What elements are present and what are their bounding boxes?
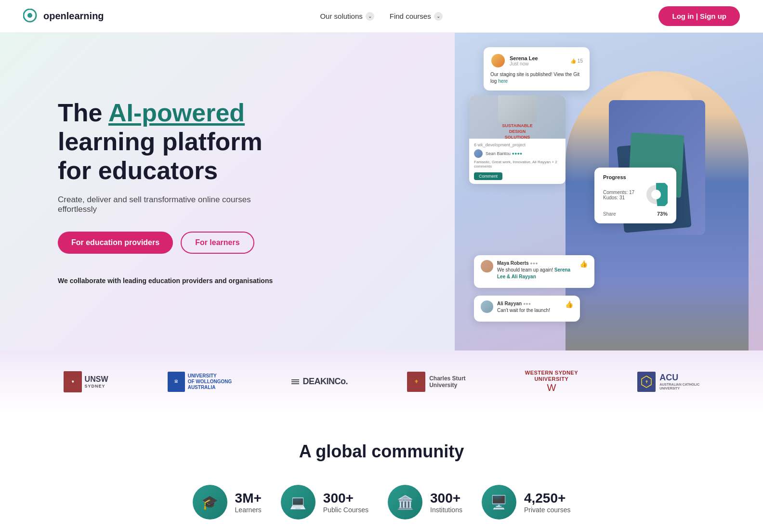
commenter-1-avatar	[481, 260, 493, 272]
logos-section: ⚜ UNSW SYDNEY 🏛 UNIVERSITYOF WOLLONGONGA…	[0, 350, 763, 413]
for-learners-button[interactable]: For learners	[181, 232, 254, 254]
uow-crest: 🏛	[168, 372, 185, 392]
course-title-line2: DESIGN	[509, 129, 526, 134]
logo-text: openlearning	[43, 11, 104, 22]
public-courses-icon-circle: 💻	[281, 485, 316, 519]
institutions-label: Institutions	[430, 506, 462, 514]
share-label[interactable]: Share	[603, 211, 616, 217]
hero-title-part2: learning platform for educators	[58, 128, 263, 184]
community-section: A global community 🎓 3M+ Learners 💻 300+…	[0, 413, 763, 532]
hero-image-area: Serena Lee Just now 👍 15 Our staging sit…	[455, 33, 763, 350]
comment-1-body: We should team up again! Serena Lee & Al…	[497, 267, 570, 279]
private-courses-number: 4,250+	[524, 491, 570, 506]
course-card-body: 6 wk_development_project Sean Bantou ●●●…	[469, 139, 566, 184]
post-link[interactable]: here	[498, 78, 508, 84]
private-courses-icon-circle: 🖥️	[482, 485, 516, 519]
unsw-crest: ⚜	[64, 371, 82, 392]
csu-logo-group: ⚜ Charles SturtUniversity	[407, 372, 465, 392]
like-1-icon[interactable]: 👍	[579, 260, 588, 268]
uow-logo-group: 🏛 UNIVERSITYOF WOLLONGONGAUSTRALIA	[168, 372, 232, 392]
post-card: Serena Lee Just now 👍 15 Our staging sit…	[484, 47, 590, 91]
uow-name: UNIVERSITYOF WOLLONGONGAUSTRALIA	[188, 373, 232, 390]
logo-icon	[23, 9, 39, 24]
institutions-icon: 🏛️	[397, 494, 414, 510]
like-2-icon[interactable]: 👍	[565, 300, 573, 308]
post-card-header: Serena Lee Just now 👍 15	[490, 53, 583, 68]
svg-point-4	[651, 190, 661, 199]
private-courses-label: Private courses	[524, 506, 570, 514]
public-courses-icon: 💻	[289, 494, 306, 510]
institutions-number: 300+	[430, 491, 462, 506]
learners-number: 3M+	[235, 491, 262, 506]
commenter-1-name: Maya Roberts	[497, 260, 529, 266]
hero-content: The AI-powered learning platform for edu…	[0, 70, 308, 313]
unsw-logo-group: ⚜ UNSW SYDNEY	[64, 371, 108, 392]
our-solutions-link[interactable]: Our solutions ⌄	[320, 12, 374, 21]
post-author-name: Serena Lee	[510, 55, 538, 61]
svg-text:✝: ✝	[645, 380, 648, 384]
logo-csu: ⚜ Charles SturtUniversity	[407, 372, 465, 392]
nav-links: Our solutions ⌄ Find courses ⌄	[320, 12, 442, 21]
stats-row: 🎓 3M+ Learners 💻 300+ Public Courses 🏛️ …	[39, 485, 724, 519]
course-commenter: Sean Bantou ●●●●	[474, 149, 561, 158]
csu-text: Charles SturtUniversity	[429, 375, 465, 389]
post-likes: 👍 15	[570, 58, 583, 64]
stat-learners: 🎓 3M+ Learners	[193, 485, 262, 519]
hero-buttons: For education providers For learners	[58, 232, 285, 254]
course-title-line1: SUSTAINABLE	[502, 123, 532, 128]
progress-footer: Share 73%	[603, 209, 668, 217]
hero-subtitle: Create, deliver and sell transformative …	[58, 195, 285, 214]
progress-kudos: Kudos: 31	[603, 195, 634, 200]
course-title-text: SUSTAINABLE DESIGN SOLUTIONS	[502, 123, 532, 140]
our-solutions-label: Our solutions	[320, 12, 362, 20]
comment-2-text: Ali Rayyan ●●● Can't wait for the launch…	[497, 300, 550, 314]
public-courses-label: Public Courses	[323, 506, 368, 514]
navbar: openlearning Our solutions ⌄ Find course…	[0, 0, 763, 33]
learners-info: 3M+ Learners	[235, 491, 262, 514]
csu-crest: ⚜	[407, 372, 425, 392]
course-title-line3: SOLUTIONS	[505, 135, 530, 140]
post-text: Our staging site is published! View the …	[490, 71, 583, 85]
acu-name: ACU	[659, 373, 699, 383]
course-image: SUSTAINABLE DESIGN SOLUTIONS	[469, 95, 566, 139]
for-education-providers-button[interactable]: For education providers	[58, 232, 173, 254]
commenter-1-badge: ●●●	[530, 261, 538, 266]
course-comment-section: Sean Bantou ●●●● Fantastic, Great work, …	[474, 149, 561, 169]
community-title: A global community	[39, 441, 724, 462]
comment-2-body: Can't wait for the launch!	[497, 308, 550, 313]
wsu-logo-group: WESTERN SYDNEYUNIVERSITY W	[525, 370, 578, 393]
logo-unsw: ⚜ UNSW SYDNEY	[64, 371, 108, 392]
logos-row: ⚜ UNSW SYDNEY 🏛 UNIVERSITYOF WOLLONGONGA…	[39, 370, 724, 393]
learners-label: Learners	[235, 506, 262, 514]
hero-photo: Serena Lee Just now 👍 15 Our staging sit…	[455, 33, 763, 350]
hero-section: The AI-powered learning platform for edu…	[0, 33, 763, 350]
wsu-text: WESTERN SYDNEYUNIVERSITY	[525, 370, 578, 382]
logo[interactable]: openlearning	[23, 9, 104, 24]
commenter-2-avatar	[481, 300, 493, 313]
progress-title: Progress	[603, 174, 668, 180]
commenter-name: Sean Bantou ●●●●	[486, 151, 522, 156]
find-courses-chevron-icon: ⌄	[434, 12, 443, 21]
progress-chart	[645, 183, 668, 207]
find-courses-link[interactable]: Find courses ⌄	[390, 12, 443, 21]
uow-text: UNIVERSITYOF WOLLONGONGAUSTRALIA	[188, 373, 232, 390]
commenter-2-name: Ali Rayyan	[497, 301, 522, 306]
login-signup-button[interactable]: Log in | Sign up	[658, 6, 740, 26]
comment-card-1: Maya Roberts ●●● We should team up again…	[474, 255, 594, 288]
private-courses-icon: 🖥️	[490, 494, 507, 510]
stat-public-courses: 💻 300+ Public Courses	[281, 485, 368, 519]
progress-percent: 73%	[657, 211, 668, 217]
progress-comments: Comments: 17	[603, 190, 634, 195]
logo-deakin: DEAKINCo.	[291, 376, 348, 387]
logo-acu: ✝ ACU AUSTRALIAN CATHOLICUNIVERSITY	[637, 372, 699, 392]
acu-sub: AUSTRALIAN CATHOLICUNIVERSITY	[659, 383, 699, 391]
learners-icon: 🎓	[201, 494, 218, 510]
unsw-text: UNSW SYDNEY	[85, 375, 108, 389]
acu-text: ACU AUSTRALIAN CATHOLICUNIVERSITY	[659, 373, 699, 391]
collab-text: We collaborate with leading education pr…	[58, 277, 285, 285]
progress-stats: Comments: 17 Kudos: 31	[603, 190, 634, 200]
comment-1-text: Maya Roberts ●●● We should team up again…	[497, 260, 576, 280]
hero-title-highlight: AI-powered	[108, 99, 245, 127]
commenter-text: Fantastic, Great work, Innovative, Ali R…	[474, 160, 561, 169]
comment-button[interactable]: Comment	[474, 172, 502, 180]
